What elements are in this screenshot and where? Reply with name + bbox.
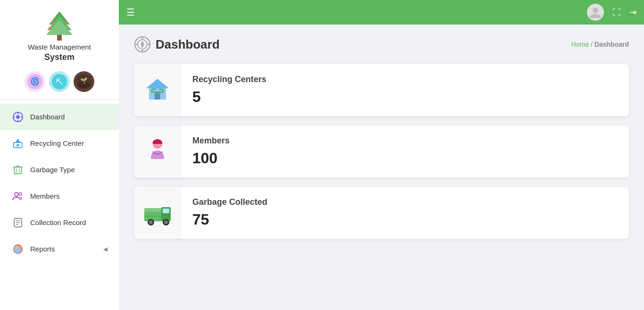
recycling-center-icon [11, 137, 25, 150]
svg-rect-50 [144, 208, 161, 212]
sidebar-item-reports[interactable]: Reports ◀ [0, 236, 119, 262]
svg-marker-42 [141, 41, 144, 48]
topbar: ☰ ⛶ ⇥ [119, 0, 644, 25]
breadcrumb-separator: / [591, 41, 594, 48]
stat-card-members-value: 100 [192, 150, 230, 167]
stat-card-garbage-collected-icon-area [134, 187, 181, 239]
svg-point-54 [164, 220, 168, 224]
stat-card-members: Members 100 [134, 126, 629, 177]
topbar-right: ⛶ ⇥ [587, 4, 636, 21]
stat-card-members-icon-area [134, 126, 181, 177]
sidebar-item-recycling-center[interactable]: Recycling Center [0, 130, 119, 157]
decorative-icon-row: 🌀 ⛏ 🌱 [25, 71, 94, 92]
stat-card-recycling-centers-title: Recycling Centers [192, 75, 266, 84]
sidebar-item-collection-record-label: Collection Record [30, 218, 107, 226]
members-card-icon [142, 136, 173, 167]
stat-card-garbage-collected-title: Garbage Collected [192, 197, 267, 207]
sidebar: Waste Management System 🌀 ⛏ 🌱 [0, 0, 119, 310]
deco-icon-1: 🌀 [25, 71, 45, 92]
stat-card-recycling-centers-value: 5 [192, 88, 266, 106]
collection-record-icon [11, 216, 25, 229]
sidebar-item-members-label: Members [30, 192, 107, 200]
stat-card-members-title: Members [192, 136, 230, 146]
deco-icon-3: 🌱 [74, 71, 94, 92]
sidebar-item-garbage-type[interactable]: Garbage Type [0, 157, 119, 183]
svg-rect-55 [144, 216, 166, 217]
svg-marker-43 [146, 79, 169, 88]
fullscreen-icon[interactable]: ⛶ [612, 8, 621, 17]
svg-point-4 [51, 21, 54, 24]
garbage-type-icon [11, 163, 25, 176]
svg-point-15 [16, 115, 20, 119]
stat-card-recycling-centers-icon-area [134, 64, 181, 116]
svg-rect-45 [155, 93, 160, 100]
sidebar-item-reports-label: Reports [30, 245, 98, 253]
sidebar-item-garbage-type-label: Garbage Type [30, 166, 107, 174]
dashboard-icon [11, 110, 25, 124]
sidebar-item-recycling-center-label: Recycling Center [30, 139, 107, 147]
stat-card-members-body: Members 100 [181, 126, 241, 177]
members-icon [11, 190, 25, 203]
svg-point-35 [593, 8, 598, 13]
reports-icon [11, 243, 25, 256]
nav-divider [0, 100, 119, 100]
page-title-icon [134, 36, 151, 53]
page-title-area: Dashboard [134, 36, 220, 53]
page-title: Dashboard [156, 37, 220, 52]
svg-point-52 [149, 220, 153, 224]
logout-icon[interactable]: ⇥ [629, 7, 636, 17]
sidebar-item-dashboard[interactable]: Dashboard [0, 104, 119, 130]
svg-text:🌀: 🌀 [30, 76, 40, 86]
sidebar-item-dashboard-label: Dashboard [30, 113, 107, 121]
stat-card-recycling-centers-body: Recycling Centers 5 [181, 64, 278, 116]
logo-icon [41, 9, 78, 42]
sidebar-item-members[interactable]: Members [0, 183, 119, 209]
page-header: Dashboard Home / Dashboard [134, 36, 629, 53]
breadcrumb: Home / Dashboard [571, 41, 629, 48]
stat-card-garbage-collected-value: 75 [192, 211, 267, 228]
stat-card-garbage-collected-body: Garbage Collected 75 [181, 187, 279, 239]
content-area: Dashboard Home / Dashboard [119, 25, 644, 310]
svg-rect-22 [17, 144, 19, 146]
svg-rect-49 [163, 209, 169, 213]
svg-text:⛏: ⛏ [56, 77, 63, 86]
stat-card-garbage-collected: Garbage Collected 75 [134, 187, 629, 239]
recycling-centers-card-icon [142, 75, 173, 105]
user-avatar[interactable] [587, 4, 604, 21]
deco-icon-2: ⛏ [49, 71, 70, 92]
breadcrumb-home[interactable]: Home [571, 41, 589, 48]
reports-chevron-icon: ◀ [103, 246, 107, 252]
sidebar-item-collection-record[interactable]: Collection Record [0, 209, 119, 236]
main-area: ☰ ⛶ ⇥ [119, 0, 644, 310]
svg-point-6 [49, 27, 51, 30]
menu-toggle-button[interactable]: ☰ [126, 7, 135, 18]
breadcrumb-current: Dashboard [594, 41, 629, 48]
logo-area: Waste Management System [28, 5, 91, 67]
stat-card-recycling-centers: Recycling Centers 5 [134, 64, 629, 116]
app-title: Waste Management System [28, 42, 91, 63]
svg-point-28 [15, 193, 18, 196]
svg-point-29 [19, 193, 22, 195]
svg-text:🌱: 🌱 [80, 77, 88, 84]
garbage-collected-card-icon [142, 198, 173, 228]
svg-point-5 [65, 21, 67, 24]
